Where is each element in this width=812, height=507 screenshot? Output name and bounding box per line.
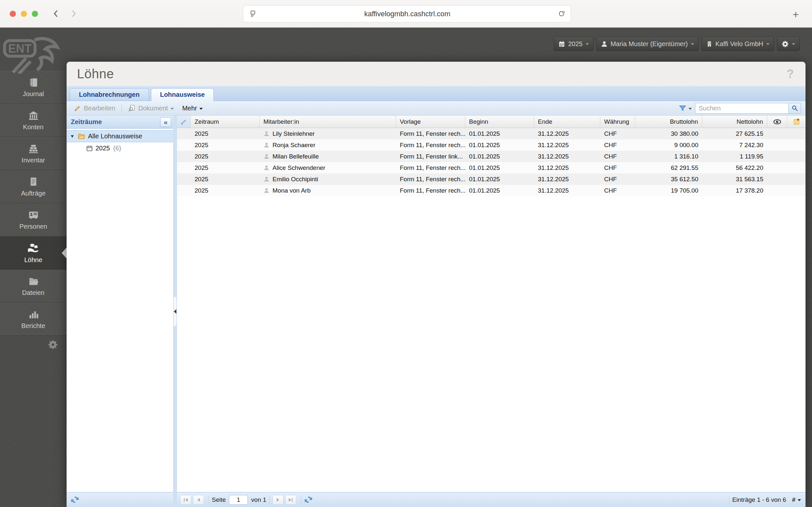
splitter-collapse-handle[interactable] [173,296,177,326]
page-of-label: von 1 [251,496,266,503]
collapse-panel-button[interactable]: « [160,117,171,127]
prev-page-button[interactable] [193,495,204,505]
zoom-window-button[interactable] [32,11,38,17]
panel-title-bar: Löhne ? [67,62,806,86]
sidebar-item-label: Konten [23,123,44,131]
settings-menu-button[interactable] [777,37,800,51]
column-header-ende[interactable]: Ende [534,116,600,128]
column-header-vorlage[interactable]: Vorlage [396,116,465,128]
browser-back-button[interactable] [49,7,62,20]
expand-arrow-icon[interactable] [70,134,75,139]
app-background: 2025 Maria Muster (Eigentümer) Kaffi Vel… [0,27,812,507]
sidebar-item-berichte[interactable]: Berichte [0,303,67,336]
row-count-button[interactable]: # [792,496,801,503]
company-label: Kaffi Velo GmbH [715,40,763,48]
document-button[interactable]: Dokument [125,103,177,114]
tree-node-root[interactable]: Alle Lohnausweise [67,130,173,142]
reload-icon[interactable] [558,10,566,18]
sidebar-item-personen[interactable]: Personen [0,203,67,236]
column-header-beginn[interactable]: Beginn [465,116,534,128]
close-window-button[interactable] [10,11,16,17]
tree-title: Zeiträume [71,118,102,126]
cell-note [787,128,806,139]
help-button[interactable]: ? [787,67,794,81]
toolbar-separator [121,104,122,113]
sidebar-item-inventar[interactable]: Inventar [0,137,67,170]
table-row[interactable]: 2025Emilio OcchipintiForm 11, Fenster re… [177,173,806,185]
svg-text:ENT: ENT [8,42,32,55]
cell-note [787,173,806,185]
receipt-icon [28,176,39,187]
sidebar-item-dateien[interactable]: Dateien [0,270,67,303]
sidebar: ENT Journal Konten Inventar [0,27,67,507]
cell-visibility [767,139,787,151]
calendar-icon [558,41,565,47]
footer-separator [269,496,270,504]
cell-netto: 31 563.15 [702,173,767,185]
address-bar[interactable]: kaffivelogmbh.cashctrl.com [243,5,571,22]
cell-beginn: 01.01.2025 [465,162,534,173]
tree-footer [67,492,173,507]
cell-vorlage: Form 11, Fenster rech... [396,128,465,139]
next-page-button[interactable] [273,495,284,505]
column-header-zeitraum[interactable]: Zeitraum [191,116,259,128]
row-handle-cell [177,173,191,185]
row-handle-cell [177,151,191,162]
sidebar-item-auftraege[interactable]: Aufträge [0,170,67,203]
refresh-icon[interactable] [70,495,79,504]
search-input[interactable] [695,103,788,113]
column-header-bruttolohn[interactable]: Bruttolohn [635,116,702,128]
column-header-notes[interactable] [787,116,806,128]
tab-lohnausweise[interactable]: Lohnausweise [151,88,214,101]
filter-button[interactable] [679,104,692,112]
employee-name: Lily Steinlehner [273,130,315,137]
search-button[interactable] [788,103,801,113]
table-row[interactable]: 2025Milan BellefeuilleForm 11, Fenster l… [177,151,806,162]
company-menu-button[interactable]: Kaffi Velo GmbH [702,37,774,51]
employee-name: Emilio Occhipinti [273,176,318,183]
cell-zeitraum: 2025 [191,139,259,151]
next-page-icon [275,497,281,503]
page-number-input[interactable] [229,495,248,505]
tab-lohnabrechnungen[interactable]: Lohnabrechnungen [70,88,149,101]
table-row[interactable]: 2025Alice SchwendenerForm 11, Fenster re… [177,162,806,173]
sidebar-gear-icon[interactable] [48,339,58,350]
column-header-waehrung[interactable]: Währung [600,116,635,128]
gear-icon [781,40,789,48]
row-handle-cell [177,185,191,196]
column-header-brush[interactable] [177,116,191,128]
user-label: Maria Muster (Eigentümer) [611,40,688,48]
more-button[interactable]: Mehr [179,103,206,114]
sidebar-item-loehne[interactable]: Löhne [0,236,67,270]
minimize-window-button[interactable] [21,11,27,17]
first-page-button[interactable] [180,495,191,505]
table-row[interactable]: 2025Lily SteinlehnerForm 11, Fenster rec… [177,128,806,139]
fiscal-year-button[interactable]: 2025 [554,37,593,51]
table-row[interactable]: 2025Ronja SchaererForm 11, Fenster rech.… [177,139,806,151]
user-menu-button[interactable]: Maria Muster (Eigentümer) [596,37,699,51]
chevron-down-icon [792,43,795,45]
document-label: Dokument [138,105,168,112]
sidebar-item-journal[interactable]: Journal [0,71,67,104]
sidebar-item-konten[interactable]: Konten [0,104,67,137]
last-page-button[interactable] [285,495,296,505]
page-label: Seite [212,496,226,503]
toolbar-right [679,103,802,114]
pallet-icon [27,143,39,154]
cell-waehrung: CHF [600,128,635,139]
new-tab-button[interactable]: + [789,7,803,21]
edit-button[interactable]: Bearbeiten [70,103,119,114]
tree-node-2025[interactable]: 2025 (6) [67,142,173,154]
sidebar-item-label: Dateien [22,289,45,296]
column-header-mitarbeiter[interactable]: Mitarbeiter:in [259,116,396,128]
table-row[interactable]: 2025Mona von ArbForm 11, Fenster rech...… [177,185,806,196]
refresh-icon[interactable] [304,495,313,504]
browser-forward-button[interactable] [67,7,80,20]
tree-node-label: 2025 [96,145,110,152]
first-page-icon [183,497,189,503]
column-header-visibility[interactable] [767,116,787,128]
cell-waehrung: CHF [600,139,635,151]
column-header-nettolohn[interactable]: Nettolohn [702,116,767,128]
panel-splitter[interactable] [173,116,177,507]
cell-brutto: 1 316.10 [635,151,702,162]
